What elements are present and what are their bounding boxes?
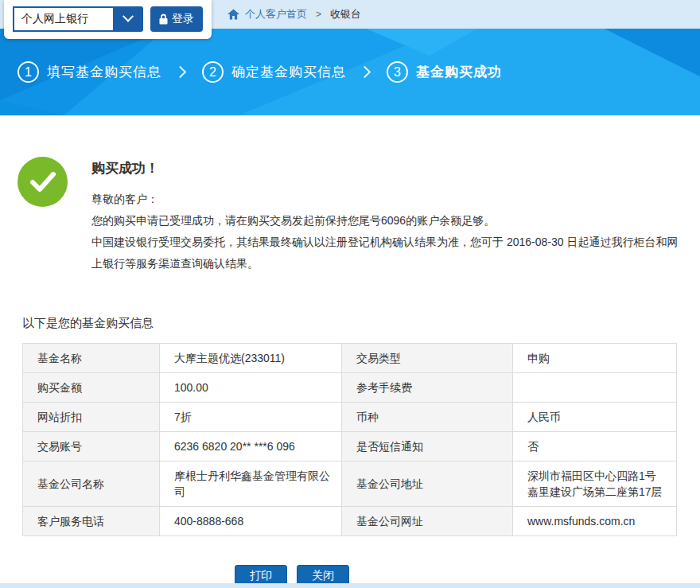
step-separator-icon — [174, 66, 187, 79]
success-message-block: 购买成功！ 尊敬的客户： 您的购买申请已受理成功，请在购买交易发起前保持您尾号6… — [18, 157, 700, 275]
detail-label: 交易账号 — [23, 432, 160, 461]
account-panel: 个人网上银行 登录 — [4, 0, 212, 39]
table-row: 网站折扣 7折 币种 人民币 — [23, 403, 677, 432]
breadcrumb-home-link[interactable]: 个人客户首页 — [245, 7, 307, 21]
success-title: 购买成功！ — [91, 159, 688, 177]
table-row: 购买金额 100.00 参考手续费 — [23, 373, 677, 403]
detail-value — [513, 373, 677, 403]
login-button[interactable]: 登录 — [150, 6, 203, 32]
top-bar: 个人网上银行 登录 个人客户首页 > 收银台 — [0, 0, 700, 29]
detail-label: 基金公司地址 — [342, 461, 513, 507]
breadcrumb: 个人客户首页 > 收银台 — [228, 0, 361, 29]
detail-value: 7折 — [160, 403, 342, 432]
table-row: 客户服务电话 400-8888-668 基金公司网址 www.msfunds.c… — [23, 507, 677, 536]
detail-value: 否 — [513, 432, 677, 461]
detail-value: 人民币 — [513, 403, 677, 432]
details-heading: 以下是您的基金购买信息 — [22, 316, 700, 331]
success-line2: 中国建设银行受理交易委托，其结果最终确认以注册登记机构确认结果为准，您可于 20… — [91, 232, 688, 275]
site-switcher-value: 个人网上银行 — [13, 6, 113, 32]
step-1-label: 填写基金购买信息 — [47, 63, 161, 81]
step-separator-icon — [359, 66, 371, 79]
table-row: 基金公司名称 摩根士丹利华鑫基金管理有限公司 基金公司地址 深圳市福田区中心四路… — [23, 461, 677, 507]
step-1: 1 填写基金购买信息 — [18, 61, 161, 83]
detail-value: 摩根士丹利华鑫基金管理有限公司 — [160, 461, 342, 507]
detail-label: 基金公司网址 — [342, 507, 513, 536]
breadcrumb-separator: > — [316, 9, 321, 20]
detail-label: 基金名称 — [23, 344, 160, 373]
step-3-label: 基金购买成功 — [416, 63, 502, 81]
table-row: 基金名称 大摩主题优选(233011) 交易类型 申购 — [23, 344, 677, 373]
detail-label: 币种 — [342, 403, 513, 432]
step-3-number: 3 — [387, 61, 408, 83]
table-row: 交易账号 6236 6820 20** ***6 096 是否短信通知 否 — [23, 432, 677, 461]
detail-label: 基金公司名称 — [23, 461, 160, 507]
success-check-icon — [18, 157, 68, 207]
success-paragraph: 尊敬的客户： 您的购买申请已受理成功，请在购买交易发起前保持您尾号6096的账户… — [91, 189, 688, 275]
step-3-current: 3 基金购买成功 — [387, 61, 502, 83]
breadcrumb-current: 收银台 — [330, 7, 361, 21]
success-text: 购买成功！ 尊敬的客户： 您的购买申请已受理成功，请在购买交易发起前保持您尾号6… — [91, 157, 688, 275]
chevron-down-icon[interactable] — [113, 6, 143, 32]
hero-banner: 1 填写基金购买信息 2 确定基金购买信息 3 基金购买成功 — [0, 29, 700, 115]
detail-value: 大摩主题优选(233011) — [160, 344, 342, 373]
detail-label: 交易类型 — [342, 344, 513, 373]
detail-label: 是否短信通知 — [342, 432, 513, 461]
footer-strip — [0, 583, 700, 588]
success-line1: 您的购买申请已受理成功，请在购买交易发起前保持您尾号6096的账户余额足够。 — [91, 210, 688, 232]
fund-details-table: 基金名称 大摩主题优选(233011) 交易类型 申购 购买金额 100.00 … — [22, 343, 677, 536]
step-2-number: 2 — [202, 61, 224, 83]
fund-purchase-success-page: 个人网上银行 登录 个人客户首页 > 收银台 — [0, 0, 700, 588]
detail-label: 参考手续费 — [342, 373, 513, 403]
detail-value: 400-8888-668 — [160, 507, 342, 536]
step-2: 2 确定基金购买信息 — [202, 61, 346, 83]
detail-value: 100.00 — [160, 373, 342, 403]
detail-value: www.msfunds.com.cn — [513, 507, 677, 536]
detail-value: 6236 6820 20** ***6 096 — [160, 432, 342, 461]
step-indicator: 1 填写基金购买信息 2 确定基金购买信息 3 基金购买成功 — [18, 29, 502, 115]
login-label: 登录 — [172, 12, 194, 26]
detail-value: 深圳市福田区中心四路1号嘉里建设广场第二座第17层 — [513, 461, 677, 507]
detail-label: 购买金额 — [23, 373, 160, 403]
detail-value: 申购 — [513, 344, 677, 373]
home-icon — [228, 9, 239, 20]
success-salutation: 尊敬的客户： — [91, 189, 688, 210]
detail-label: 网站折扣 — [23, 403, 160, 432]
step-2-label: 确定基金购买信息 — [231, 63, 346, 81]
lock-icon — [159, 14, 168, 25]
detail-label: 客户服务电话 — [23, 507, 160, 536]
step-1-number: 1 — [18, 61, 39, 83]
site-switcher-select[interactable]: 个人网上银行 — [13, 6, 143, 32]
